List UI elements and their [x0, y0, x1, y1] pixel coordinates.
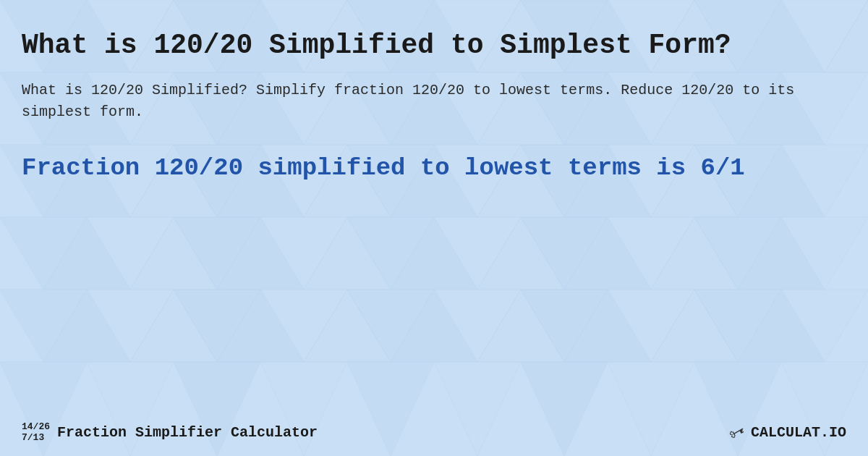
result-title: Fraction 120/20 simplified to lowest ter… — [22, 152, 846, 184]
description-text: What is 120/20 Simplified? Simplify frac… — [22, 80, 846, 123]
page-title: What is 120/20 Simplified to Simplest Fo… — [22, 29, 846, 62]
result-section: Fraction 120/20 simplified to lowest ter… — [22, 152, 846, 184]
